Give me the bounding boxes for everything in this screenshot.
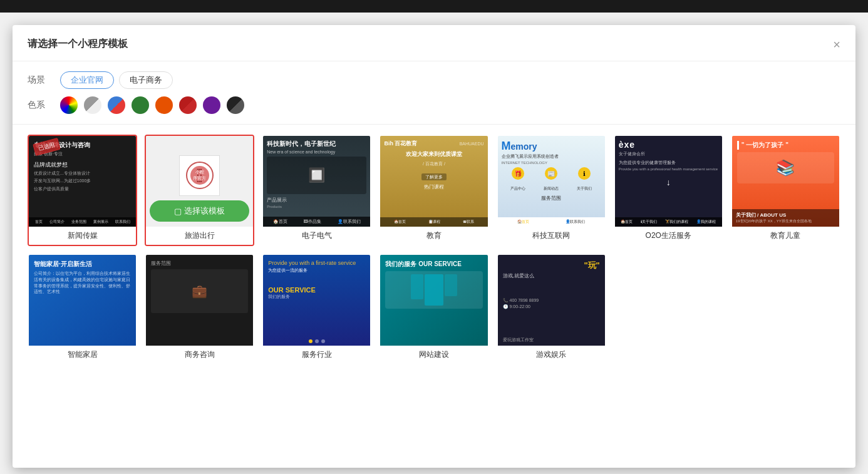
game-phone: 📞 400 7898 8899 <box>503 298 539 303</box>
template-card-o2o[interactable]: èxe 女子健身会所 为您提供专业的健康管理服务 Provide you wit… <box>614 135 723 246</box>
edu-learn-btn: 了解更多 <box>421 173 447 180</box>
edu-header: Bih 百花教育 BAHUAEDU <box>384 140 483 148</box>
tech-icon3: ℹ 关于我们 <box>577 167 592 192</box>
edu-btn-area: 了解更多 <box>384 170 483 181</box>
card-image-education: Bih 百花教育 BAHUAEDU 欢迎大家来到优质课堂 / 百花教育 / 了解… <box>380 136 487 227</box>
template-card-service[interactable]: Provide you with a first-rate service 为您… <box>262 254 371 365</box>
card-label-game: 游戏娱乐 <box>498 346 605 364</box>
color-purple[interactable] <box>203 96 220 114</box>
edu-brand-en: BAHUAEDU <box>460 142 484 146</box>
elec-products: 产品展示Products <box>267 197 366 209</box>
card-label-electronic: 电子电气 <box>263 227 370 245</box>
card-label-business: 商务咨询 <box>146 346 253 364</box>
dialog-header: 请选择一个小程序模板 × <box>13 25 855 61</box>
chip-icon: 🔲 <box>308 167 325 183</box>
nav-service: 业务范围 <box>71 219 86 225</box>
card-label-o2o: O2O生活服务 <box>615 227 722 245</box>
stamp-text: 小程序官方 <box>190 166 209 185</box>
card-image-smart: 智能家居·开启新生活 公司简介：以住宅为平台，利用综合技术将家居生活有关的设备集… <box>29 255 136 346</box>
o2o-nav4: 👤我的课程 <box>696 219 716 225</box>
web-screens <box>411 274 457 306</box>
template-card-kids[interactable]: " 一切为了孩子 " 📚 关于我们 / ABOUT US 19世纪20年的孩子 … <box>731 135 840 246</box>
dot3 <box>321 339 325 343</box>
tech-nav1: 🏠首页 <box>517 219 529 225</box>
dot1 <box>309 339 313 343</box>
screen3 <box>445 274 457 296</box>
card-image-business: 服务范围 💼 <box>146 255 253 346</box>
color-orange[interactable] <box>155 96 173 114</box>
card-label-education: 教育 <box>380 227 487 245</box>
template-card-education[interactable]: Bih 百花教育 BAHUAEDU 欢迎大家来到优质课堂 / 百花教育 / 了解… <box>379 135 488 246</box>
game-contact: 📞 400 7898 8899 🕐 9:00-22:00 <box>503 298 539 309</box>
tab-enterprise-website[interactable]: 企业官网 <box>60 71 114 89</box>
select-template-button[interactable]: ▢ 选择该模板 <box>150 200 249 222</box>
card-image-webdev: 我们的服务 OUR SERVICE <box>380 255 487 346</box>
card-label-service: 服务行业 <box>263 346 370 364</box>
tech-icons-row: 🎁 产品中心 📰 新闻动态 ℹ 关于我们 <box>502 167 601 192</box>
color-dots <box>60 96 244 114</box>
color-blue-red[interactable] <box>108 96 125 114</box>
smart-desc: 公司简介：以住宅为平台，利用综合技术将家居生活有关的设备集成，构建高效的住宅设施… <box>34 270 131 295</box>
color-red[interactable] <box>179 96 197 114</box>
color-green[interactable] <box>132 96 149 114</box>
kids-about: 关于我们 / ABOUT US 19世纪20年的孩子 XX，YY班生来自全国各地 <box>732 209 839 227</box>
tech-nav2: 👤联系我们 <box>566 219 585 225</box>
nav-cases: 案例展示 <box>93 219 108 225</box>
o2o-desc2: Provide you with a professional health m… <box>619 167 718 172</box>
select-label: 选择该模板 <box>184 205 225 217</box>
elec-nav3: 👤联系我们 <box>338 219 361 225</box>
news-nav-bar: 首页 公司简介 业务范围 案例展示 联系我们 <box>29 217 136 227</box>
filter-section: 场景 企业官网 电子商务 色系 <box>13 61 855 125</box>
card-label-smart: 智能家居 <box>29 346 136 364</box>
edu-brand-name: / 百花教育 / <box>384 161 483 167</box>
edu-nav3: ☎联系 <box>463 219 474 225</box>
template-grid-container: 专注品牌设计与咨询 探索·创新·专注 品牌成就梦想 优质设计成立...专业体验设… <box>13 125 855 468</box>
tech-icon2: 📰 新闻动态 <box>544 167 559 192</box>
scene-filter-row: 场景 企业官网 电子商务 <box>28 71 840 89</box>
tech-subtitle: 企业腾飞展示应用系统创造者 <box>502 153 601 160</box>
game-hours: 🕐 9:00-22:00 <box>503 304 539 309</box>
template-card-news[interactable]: 专注品牌设计与咨询 探索·创新·专注 品牌成就梦想 优质设计成立...专业体验设… <box>28 135 137 246</box>
elec-nav: 🏠首页 🖼作品集 👤联系我们 <box>263 217 370 227</box>
biz-icon: 💼 <box>192 284 207 299</box>
card-image-service: Provide you with a first-rate service 为您… <box>263 255 370 346</box>
edu-welcome: 欢迎大家来到优质课堂 <box>384 150 483 158</box>
card-label-kids: 教育儿童 <box>732 227 839 245</box>
tab-ecommerce[interactable]: 电子商务 <box>119 71 173 89</box>
card-image-electronic: 科技新时代，电子新世纪 New era of science and techn… <box>263 136 370 227</box>
template-card-travel[interactable]: ▪▪▪▪ ▪▪▪▪ 小程序官方 使用微信扫码预览 ▢ <box>145 135 254 246</box>
game-sub: 游戏,就爱这么 <box>503 272 600 279</box>
o2o-nav1: 🏠首页 <box>621 219 633 225</box>
kids-icon: 📚 <box>776 159 795 177</box>
tech-service: 服务范围 <box>502 195 601 202</box>
o2o-nav3: 🏋我们的课程 <box>665 219 688 225</box>
biz-image: 💼 <box>151 269 248 313</box>
template-card-smart[interactable]: 智能家居·开启新生活 公司简介：以住宅为平台，利用综合技术将家居生活有关的设备集… <box>28 254 137 365</box>
nav-contact: 联系我们 <box>115 219 130 225</box>
service-cn: 为您提供一流的服务 <box>268 267 365 274</box>
color-gray[interactable] <box>84 96 101 114</box>
select-icon: ▢ <box>174 207 182 216</box>
elec-nav2: 🖼作品集 <box>304 219 321 225</box>
template-card-business[interactable]: 服务范围 💼 商务咨询 <box>145 254 254 365</box>
color-label: 色系 <box>28 100 53 111</box>
color-dark[interactable] <box>227 96 244 114</box>
tech-en: INTERNET TECHNOLOGY <box>502 161 601 165</box>
dialog-title: 请选择一个小程序模板 <box>28 38 128 51</box>
template-card-tech[interactable]: Memory 企业腾飞展示应用系统创造者 INTERNET TECHNOLOGY… <box>497 135 606 246</box>
o2o-subtitle: 女子健身会所 <box>619 151 718 157</box>
template-card-webdev[interactable]: 我们的服务 OUR SERVICE 网站建设 <box>379 254 488 365</box>
template-card-electronic[interactable]: 科技新时代，电子新世纪 New era of science and techn… <box>262 135 371 246</box>
card-label-webdev: 网站建设 <box>380 346 487 364</box>
o2o-nav2: ℹ关于我们 <box>641 219 657 225</box>
news-body: 品牌成就梦想 优质设计成立...专业体验设计开发与互联网...为超过1000多位… <box>34 161 131 192</box>
card-image-tech: Memory 企业腾飞展示应用系统创造者 INTERNET TECHNOLOGY… <box>498 136 605 227</box>
elec-sub: New era of science and technology <box>267 150 366 154</box>
o2o-nav: 🏠首页 ℹ关于我们 🏋我们的课程 👤我的课程 <box>615 217 722 227</box>
nav-home: 首页 <box>35 219 43 225</box>
close-button[interactable]: × <box>833 38 840 51</box>
color-multi[interactable] <box>60 96 78 114</box>
kids-about-text: 关于我们 / ABOUT US <box>736 212 835 219</box>
template-card-game[interactable]: "玩" 游戏,就爱这么 📞 400 7898 8899 🕐 9:00-22:00… <box>497 254 606 365</box>
game-bottom: 📞 400 7898 8899 🕐 9:00-22:00 <box>503 298 600 309</box>
